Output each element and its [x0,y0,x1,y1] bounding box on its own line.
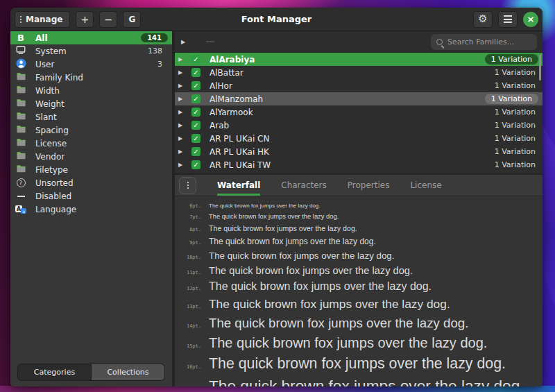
preferences-button[interactable]: ⚙ [473,11,493,28]
sidebar-item-iconbox [15,164,26,176]
manage-button[interactable]: Manage [15,11,70,28]
waterfall-preview-text: The quick brown fox jumps over the lazy … [209,280,432,293]
all-icon: B [17,33,24,43]
checkbox-checked-icon[interactable]: ✓ [191,55,200,64]
font-row-arab[interactable]: ▶✓Arab1 Variation [175,119,543,132]
variation-count-badge: 1 Variation [495,134,536,143]
checkbox-checked-icon[interactable]: ✓ [191,147,200,156]
expander-icon[interactable]: ▶ [178,83,185,89]
view-tab-categories[interactable]: Categories [17,364,92,381]
sidebar-item-filetype[interactable]: Filetype [10,163,172,176]
folder-icon [16,151,26,162]
expander-icon[interactable]: ▶ [178,135,185,142]
expander-icon[interactable]: ▶ [178,96,185,102]
font-row-alhor[interactable]: ▶✓AlHor1 Variation [175,79,543,92]
preview-panel: WaterfallCharactersPropertiesLicense 6pt… [175,175,543,386]
variation-count-badge: 1 Variation [495,108,536,117]
font-list-header[interactable]: ▶ Search Families... [175,31,543,53]
language-icon: Aa [15,205,26,214]
font-manager-window: Manage + − G Font Manager ⚙ × BAll141Sys… [10,8,543,386]
sidebar-item-iconbox [15,138,26,149]
expander-icon[interactable]: ▶ [178,148,185,155]
checkbox-checked-icon[interactable]: ✓ [191,121,200,130]
disabled-dash-icon [17,196,25,197]
expand-all-icon[interactable]: ▶ [181,39,188,45]
font-row-alyarmook[interactable]: ▶✓AlYarmook1 Variation [175,105,543,119]
sidebar-item-unsorted[interactable]: ?Unsorted [10,176,172,189]
waterfall-preview-text: The quick brown fox jumps over the lazy … [209,297,450,312]
tab-waterfall[interactable]: Waterfall [217,175,260,196]
font-family-name: Arab [210,121,229,130]
font-row-ar-pl-ukai-cn[interactable]: ▶✓AR PL UKai CN1 Variation [175,132,543,145]
search-placeholder: Search Families... [447,37,514,46]
font-row[interactable]: ▶✓ [175,171,543,173]
waterfall-row: 14pt.The quick brown fox jumps over the … [179,316,537,331]
preview-menu-button[interactable] [179,177,196,194]
checkbox-checked-icon[interactable]: ✓ [191,94,200,103]
main-menu-button[interactable] [498,11,518,28]
variation-count-badge: 1 Variation [495,121,536,130]
sidebar-item-all[interactable]: BAll141 [10,31,172,44]
checkbox-checked-icon[interactable]: ✓ [191,81,200,90]
font-row-ar-pl-ukai-tw[interactable]: ▶✓AR PL UKai TW1 Variation [175,158,543,171]
sidebar-item-label: User [35,60,54,69]
sidebar-item-count: 141 [141,33,168,42]
font-row-ar-pl-ukai-hk[interactable]: ▶✓AR PL UKai HK1 Variation [175,145,543,158]
view-tab-collections[interactable]: Collections [92,364,165,381]
checkbox-checked-icon[interactable]: ✓ [191,160,200,169]
waterfall-size-label: 16pt. [179,364,201,370]
sidebar-item-iconbox [15,59,26,70]
waterfall-preview-text: The quick brown fox jumps over the lazy … [209,203,321,209]
checkbox-checked-icon[interactable]: ✓ [191,134,200,143]
tab-license[interactable]: License [410,175,441,196]
waterfall-preview[interactable]: 6pt.The quick brown fox jumps over the l… [175,196,543,386]
sidebar-item-language[interactable]: AaLanguage [10,203,172,216]
sidebar-item-slant[interactable]: Slant [10,110,172,123]
search-families-input[interactable]: Search Families... [431,34,537,50]
tab-characters[interactable]: Characters [281,175,327,196]
sidebar-item-iconbox [15,191,26,202]
waterfall-row: 6pt.The quick brown fox jumps over the l… [179,203,537,209]
waterfall-row: 17pt.The quick brown fox jumps over the … [179,377,537,386]
sidebar-item-license[interactable]: License [10,137,172,150]
waterfall-preview-text: The quick brown fox jumps over the lazy … [209,237,376,246]
expander-icon[interactable]: ▶ [178,56,185,62]
sidebar-item-label: Unsorted [35,178,74,188]
waterfall-row: 12pt.The quick brown fox jumps over the … [179,280,537,293]
waterfall-preview-text: The quick brown fox jumps over the lazy … [209,250,394,261]
remove-fonts-button[interactable]: − [99,11,117,28]
waterfall-row: 11pt.The quick brown fox jumps over the … [179,265,537,276]
checkbox-checked-icon[interactable]: ✓ [191,108,200,117]
main-area: ▶ Search Families... ▶✓AlArabiya1 Variat… [175,31,543,386]
folder-icon [16,164,26,176]
font-list-scrollbar[interactable] [539,54,541,80]
sidebar-item-label: Family Kind [35,73,83,83]
sidebar-item-disabled[interactable]: Disabled [10,189,172,203]
sidebar-view-switcher: CategoriesCollections [17,364,165,381]
gear-icon: ⚙ [478,14,487,24]
waterfall-size-label: 10pt. [179,255,201,260]
header-right-controls: ⚙ × [473,11,538,28]
expander-icon[interactable]: ▶ [178,109,185,115]
add-fonts-button[interactable]: + [76,11,94,28]
waterfall-size-label: 13pt. [179,304,201,309]
sidebar-item-weight[interactable]: Weight [10,97,172,110]
sidebar-item-user[interactable]: User3 [10,58,172,71]
close-button[interactable]: × [523,12,538,27]
google-fonts-button[interactable]: G [123,11,141,28]
font-family-name: AlManzomah [210,94,263,104]
expander-icon[interactable]: ▶ [178,122,185,128]
sidebar-item-system[interactable]: System138 [10,44,172,58]
font-row-alarabiya[interactable]: ▶✓AlArabiya1 Variation [175,53,543,66]
waterfall-row: 10pt.The quick brown fox jumps over the … [179,250,537,261]
expander-icon[interactable]: ▶ [178,69,185,76]
sidebar-item-family-kind[interactable]: Family Kind [10,71,172,84]
sidebar-item-spacing[interactable]: Spacing [10,123,172,137]
checkbox-checked-icon[interactable]: ✓ [191,68,200,77]
font-row-almanzomah[interactable]: ▶✓AlManzomah1 Variation [175,92,543,105]
sidebar-item-vendor[interactable]: Vendor [10,150,172,163]
tab-properties[interactable]: Properties [348,175,390,196]
sidebar-item-width[interactable]: Width [10,84,172,97]
font-row-albattar[interactable]: ▶✓AlBattar1 Variation [175,66,543,79]
expander-icon[interactable]: ▶ [178,162,185,168]
